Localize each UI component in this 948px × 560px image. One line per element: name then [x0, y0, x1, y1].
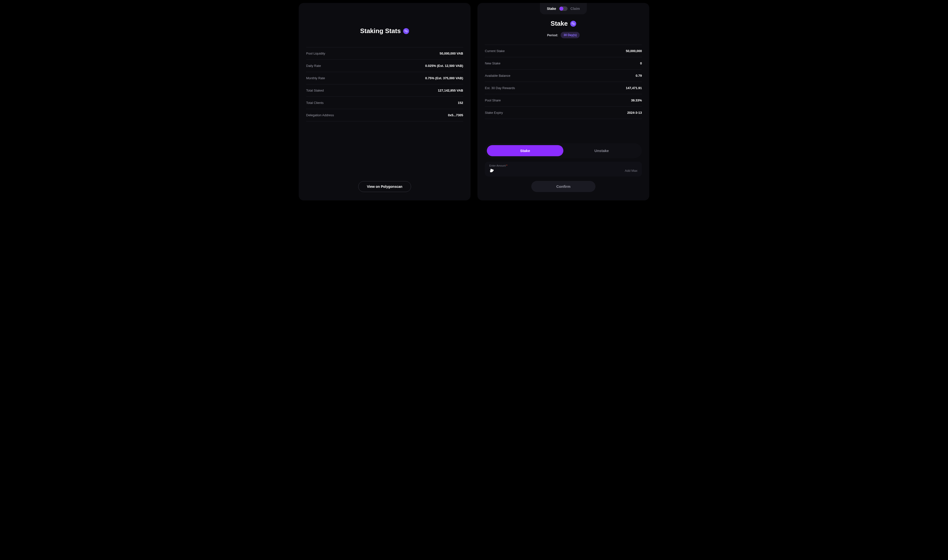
stat-label: Pool Share	[485, 98, 501, 102]
toggle-knob	[559, 7, 563, 11]
stat-value: 0.025% (Est. 12,500 VAB)	[425, 64, 463, 68]
stat-value: 0	[640, 62, 642, 65]
stat-label: Pool Liquidity	[306, 52, 325, 55]
stat-row: Monthly Rate0.75% (Est. 375,000 VAB)	[306, 72, 463, 85]
stat-row: Pool Share39.33%	[485, 94, 642, 107]
stats-list: Pool Liquidity50,000,000 VABDaily Rate0.…	[306, 48, 463, 122]
stat-row: Pool Liquidity50,000,000 VAB	[306, 48, 463, 60]
toggle-claim-label[interactable]: Claim	[571, 7, 580, 11]
amount-input-wrap: Enter Amount* Add Max	[485, 162, 642, 177]
tab-stake[interactable]: Stake	[487, 145, 563, 156]
stat-row: Total Staked127,142,855 VAB	[306, 85, 463, 97]
toggle-stake-label[interactable]: Stake	[547, 7, 556, 11]
add-max-button[interactable]: Add Max	[625, 169, 637, 172]
period-row: Period: 30 Day(s)	[485, 32, 642, 38]
stake-header: Stake	[485, 20, 642, 28]
stat-label: Monthly Rate	[306, 76, 325, 80]
amount-label-text: Enter Amount	[489, 164, 506, 167]
staking-stats-title: Staking Stats	[360, 27, 401, 35]
stat-row: Daily Rate0.025% (Est. 12,500 VAB)	[306, 60, 463, 72]
stat-value: 39.33%	[631, 98, 642, 102]
stake-claim-toggle-wrap: Stake Claim	[485, 3, 642, 14]
stake-unstake-tabs: Stake Unstake	[485, 143, 642, 158]
polygon-icon	[403, 28, 409, 34]
stat-label: Available Balance	[485, 74, 510, 77]
stake-title: Stake	[551, 20, 568, 28]
confirm-button[interactable]: Confirm	[531, 181, 596, 192]
stat-row: Available Balance0.79	[485, 69, 642, 82]
period-label: Period:	[547, 33, 558, 37]
stake-claim-toggle: Stake Claim	[540, 3, 586, 14]
rabbit-icon	[489, 168, 494, 173]
tab-unstake[interactable]: Unstake	[563, 145, 640, 156]
stat-label: Delegation Address	[306, 113, 334, 117]
stake-info-list: Current Stake50,000,000New Stake0Availab…	[485, 45, 642, 119]
stat-value: 0x5...7305	[448, 113, 463, 117]
stat-label: Total Staked	[306, 89, 324, 92]
stat-label: Daily Rate	[306, 64, 321, 68]
stat-row: Delegation Address0x5...7305	[306, 109, 463, 122]
amount-input[interactable]	[497, 169, 625, 173]
stat-value: 127,142,855 VAB	[438, 89, 463, 92]
stat-value: 147,471.91	[626, 86, 642, 90]
stat-value: 152	[458, 101, 463, 105]
polygon-icon	[570, 21, 576, 27]
stat-row: Current Stake50,000,000	[485, 45, 642, 57]
stat-label: Current Stake	[485, 49, 505, 53]
stat-label: New Stake	[485, 62, 500, 65]
staking-stats-header: Staking Stats	[306, 27, 463, 35]
stat-value: 0.79	[636, 74, 642, 77]
staking-stats-panel: Staking Stats Pool Liquidity50,000,000 V…	[299, 3, 471, 200]
stat-value: 50,000,000 VAB	[440, 52, 463, 55]
stat-label: Stake Expiry	[485, 111, 503, 114]
period-chip[interactable]: 30 Day(s)	[561, 32, 580, 38]
stat-value: 2024-3-13	[627, 111, 642, 114]
stat-value: 0.75% (Est. 375,000 VAB)	[425, 76, 463, 80]
amount-input-label: Enter Amount*	[489, 164, 637, 167]
stake-panel: Stake Claim Stake Period: 30 Day(s) Curr…	[477, 3, 649, 200]
stat-row: Total Clients152	[306, 97, 463, 109]
view-polygonscan-button[interactable]: View on Polygonscan	[358, 181, 411, 192]
stat-row: Est. 30 Day Rewards147,471.91	[485, 82, 642, 94]
stat-row: Stake Expiry2024-3-13	[485, 107, 642, 119]
stat-row: New Stake0	[485, 57, 642, 69]
required-asterisk: *	[506, 164, 507, 167]
toggle-switch[interactable]	[559, 6, 568, 11]
stat-value: 50,000,000	[626, 49, 642, 53]
stat-label: Total Clients	[306, 101, 324, 105]
stat-label: Est. 30 Day Rewards	[485, 86, 515, 90]
